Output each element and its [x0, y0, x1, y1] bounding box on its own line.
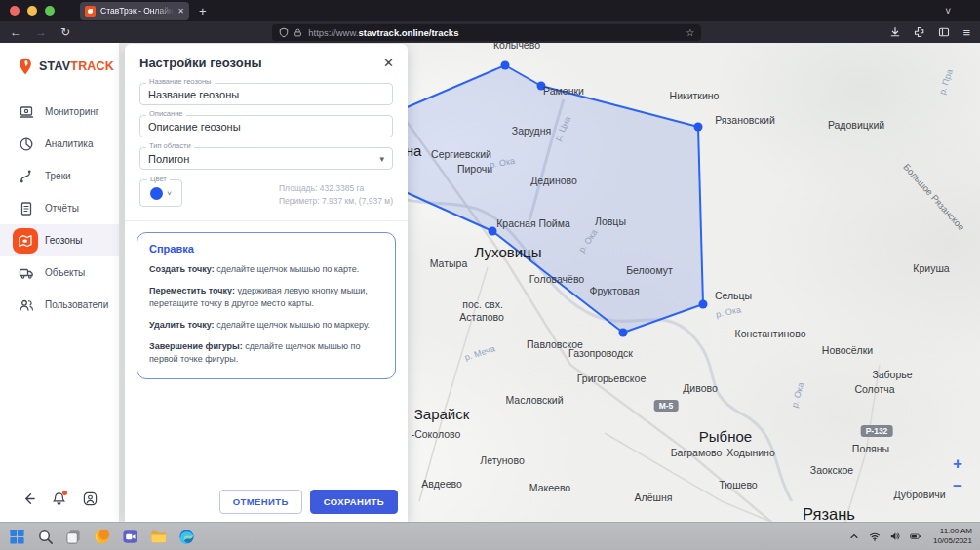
- road-badge: М-5: [654, 400, 679, 412]
- sidebar-item-monitoring[interactable]: Мониторинг: [0, 96, 119, 128]
- zoom-in-button[interactable]: +: [953, 455, 962, 472]
- maximize-window-button[interactable]: [45, 6, 55, 16]
- notifications-bell-icon[interactable]: [52, 491, 66, 510]
- sidebar-footer: [0, 491, 119, 510]
- search-icon[interactable]: [36, 528, 55, 546]
- tray-time: 11:00 AM: [933, 527, 972, 536]
- stavtrack-logo: STAVTRACK: [0, 43, 119, 86]
- map-label: Авдеево: [421, 478, 462, 490]
- map-label: Колычево: [493, 43, 540, 51]
- map-label: Дединово: [530, 175, 577, 186]
- help-item: Переместить точку: удерживая левую кнопк…: [149, 285, 383, 310]
- geozone-name-input[interactable]: [139, 83, 393, 105]
- polygon-vertex-marker[interactable]: [694, 123, 703, 132]
- browser-tab-bar: СтавТрэк - Онлайн мониторин ✕ + ˅: [0, 0, 980, 21]
- url-text: https://www.stavtrack.online/tracks: [308, 27, 458, 38]
- map-label: Головачёво: [529, 273, 584, 285]
- firefox-icon[interactable]: [93, 528, 111, 546]
- map-label: Макеево: [529, 482, 570, 493]
- extensions-icon[interactable]: [914, 26, 925, 38]
- map-label: Дубровичи: [893, 489, 945, 500]
- url-bar[interactable]: https://www.stavtrack.online/tracks ☆: [272, 24, 701, 41]
- map-label: Белоомут: [626, 264, 673, 276]
- map-label: Рыбное: [699, 428, 752, 445]
- close-window-button[interactable]: [10, 6, 20, 16]
- polygon-vertex-marker[interactable]: [619, 329, 628, 337]
- map-label: Ходынино: [726, 447, 774, 458]
- save-button[interactable]: СОХРАНИТЬ: [310, 490, 398, 514]
- help-item: Завершение фигуры: сделайте щелчок мышью…: [149, 340, 383, 366]
- sidebar-item-analytics[interactable]: Аналитика: [0, 128, 119, 160]
- profile-icon[interactable]: [83, 491, 98, 510]
- geozone-name-label: Название геозоны: [146, 78, 215, 86]
- map-label: Зарудня: [512, 125, 551, 137]
- monitoring-icon: [18, 103, 34, 120]
- task-view-icon[interactable]: [64, 528, 83, 546]
- menu-icon[interactable]: ≡: [962, 26, 970, 39]
- volume-icon[interactable]: [889, 530, 901, 542]
- polygon-vertex-marker[interactable]: [489, 227, 497, 236]
- collapse-sidebar-icon[interactable]: [21, 491, 36, 510]
- explorer-icon[interactable]: [149, 528, 168, 546]
- help-title: Справка: [149, 243, 383, 255]
- users-icon: [18, 296, 34, 313]
- map-label: Григорьевское: [577, 373, 647, 384]
- map-label: Ловцы: [595, 216, 626, 227]
- polygon-vertex-marker[interactable]: [501, 61, 510, 70]
- sidebar-item-reports[interactable]: Отчёты: [0, 192, 119, 224]
- map-label: -Соколово: [412, 428, 461, 440]
- forward-button[interactable]: →: [35, 26, 47, 38]
- start-icon[interactable]: [8, 528, 26, 546]
- browser-tab[interactable]: СтавТрэк - Онлайн мониторин ✕: [80, 2, 189, 20]
- map-label: Летуново: [480, 454, 525, 466]
- area-type-select[interactable]: Полигон ▾: [139, 147, 393, 170]
- chevron-down-icon: ▾: [379, 154, 384, 164]
- tab-list-chevron-icon[interactable]: ˅: [945, 6, 951, 17]
- map-label: Заборье: [872, 369, 912, 380]
- wifi-icon[interactable]: [869, 530, 881, 542]
- battery-icon[interactable]: [910, 530, 921, 542]
- downloads-icon[interactable]: [889, 26, 901, 38]
- map-label: Никиткино: [670, 90, 720, 101]
- sidebar-item-label: Объекты: [45, 267, 85, 278]
- map-label: Сельцы: [715, 290, 752, 301]
- description-label: Описание: [146, 110, 186, 118]
- tracks-icon: [18, 168, 34, 184]
- map-label: Зарайск: [414, 406, 470, 422]
- back-button[interactable]: ←: [10, 26, 21, 38]
- sidebar-item-objects[interactable]: Объекты: [0, 256, 119, 289]
- description-input[interactable]: [139, 115, 393, 138]
- map-label: пос. свх.: [462, 298, 503, 310]
- taskbar-clock[interactable]: 11:00 AM 10/05/2021: [933, 527, 972, 547]
- polygon-vertex-marker[interactable]: [699, 300, 708, 309]
- new-tab-button[interactable]: +: [199, 5, 207, 18]
- panel-close-icon[interactable]: ✕: [383, 56, 394, 70]
- tab-close-icon[interactable]: ✕: [177, 7, 184, 16]
- sidebar-item-users[interactable]: Пользователи: [0, 289, 119, 321]
- objects-icon: [18, 264, 34, 281]
- map-label: Рязань: [803, 505, 855, 523]
- sidebar-toggle-icon[interactable]: [938, 26, 950, 38]
- stavtrack-favicon-icon: [85, 6, 96, 17]
- edge-icon[interactable]: [177, 528, 196, 546]
- road-badge: Р-132: [861, 425, 893, 437]
- chat-icon[interactable]: [121, 528, 139, 546]
- tray-date: 10/05/2021: [933, 536, 972, 546]
- geozone-settings-panel: Настройки геозоны ✕ Название геозоны Опи…: [125, 44, 408, 522]
- sidebar-item-label: Геозоны: [45, 235, 83, 246]
- map-label: Константиново: [735, 328, 806, 339]
- map-label: Алёшня: [635, 491, 673, 503]
- sidebar-item-geozones[interactable]: Геозоны: [0, 224, 119, 256]
- sidebar-item-tracks[interactable]: Треки: [0, 160, 119, 192]
- bookmark-star-icon[interactable]: ☆: [686, 27, 694, 38]
- geozone-name-field: Название геозоны: [139, 83, 393, 105]
- map-label: Пирочи: [457, 163, 492, 175]
- cancel-button[interactable]: ОТМЕНИТЬ: [219, 490, 302, 514]
- map-label: Баграмово: [671, 447, 723, 458]
- zoom-out-button[interactable]: −: [953, 478, 962, 494]
- reload-button[interactable]: ↻: [60, 26, 70, 38]
- tray-chevron-up-icon[interactable]: [848, 530, 860, 542]
- color-picker[interactable]: Цвет ˅: [139, 179, 182, 207]
- minimize-window-button[interactable]: [27, 6, 37, 16]
- tab-title: СтавТрэк - Онлайн мониторин: [100, 6, 175, 16]
